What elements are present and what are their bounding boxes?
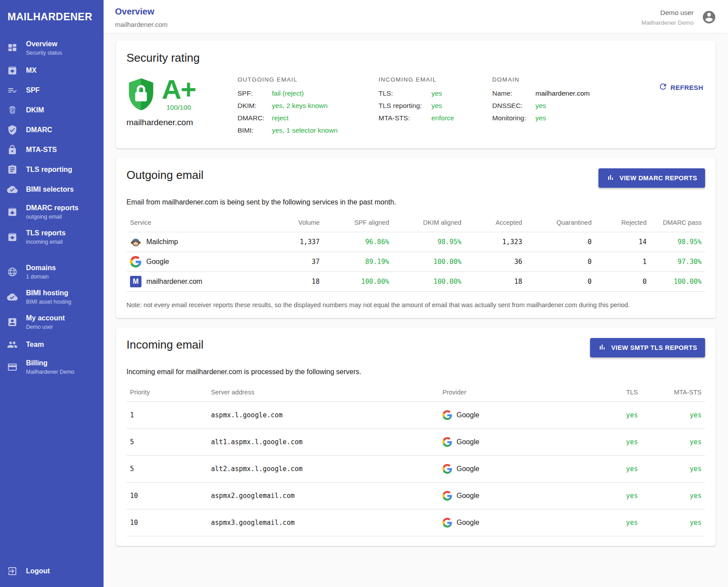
sidebar-item-label: TLS reports bbox=[26, 229, 66, 238]
server-address-cell: alt1.aspmx.l.google.com bbox=[208, 429, 439, 456]
table-row: M mailhardener.com 18 100.00% 100.00% 18… bbox=[126, 272, 705, 292]
outgoing-description: Email from mailhardener.com is being sen… bbox=[126, 198, 705, 206]
sidebar-item-sublabel: incoming email bbox=[26, 239, 66, 245]
server-address-cell: aspmx2.googlemail.com bbox=[208, 483, 439, 509]
mta-sts-cell: yes bbox=[642, 402, 705, 429]
provider-name: Google bbox=[457, 519, 479, 527]
sidebar-item-dmarc-reports[interactable]: DMARC reports outgoing email bbox=[0, 199, 104, 224]
column-heading: INCOMING EMAIL bbox=[379, 76, 492, 83]
service-name: Mailchimp bbox=[146, 238, 178, 246]
mta-sts-cell: yes bbox=[642, 429, 705, 456]
sidebar-item-billing[interactable]: Billing Mailhardener Demo bbox=[0, 354, 104, 379]
google-icon bbox=[442, 491, 452, 501]
sidebar-item-spf[interactable]: SPF bbox=[0, 80, 104, 100]
rejected-cell: 1 bbox=[595, 252, 650, 272]
sidebar-item-domains[interactable]: Domains 1 domain bbox=[0, 259, 104, 284]
security-rating-title: Security rating bbox=[126, 51, 705, 65]
top-bar: Overview mailhardener.com Demo user Mail… bbox=[104, 0, 728, 33]
column-header: MTA-STS bbox=[642, 383, 705, 402]
volume-cell: 18 bbox=[265, 272, 323, 292]
provider-name: Google bbox=[457, 438, 479, 446]
volume-cell: 37 bbox=[265, 252, 323, 272]
sidebar-item-bimi-hosting[interactable]: BIMI hosting BIMI asset hosting bbox=[0, 284, 104, 309]
logout-button[interactable]: Logout bbox=[0, 561, 104, 581]
column-header: TLS bbox=[589, 383, 641, 402]
sidebar-item-sublabel: Security status bbox=[26, 50, 62, 56]
sidebar-item-label: MX bbox=[26, 66, 37, 75]
globe-icon bbox=[7, 267, 18, 277]
unarchive-icon bbox=[7, 207, 18, 217]
outgoing-email-title: Outgoing email bbox=[126, 168, 204, 182]
sidebar-item-tls-reports[interactable]: TLS reports incoming email bbox=[0, 224, 104, 249]
server-address-cell: aspmx.l.google.com bbox=[208, 402, 439, 429]
sidebar-item-bimi-selectors[interactable]: BIMI selectors bbox=[0, 179, 104, 199]
user-name: Demo user bbox=[641, 9, 694, 17]
stat-value: fail (reject) bbox=[272, 89, 304, 97]
table-row: 5 alt2.aspmx.l.google.com Google yes yes bbox=[126, 456, 705, 483]
table-row: Google 37 89.19% 100.00% 36 0 1 97.30% bbox=[126, 252, 705, 272]
column-header: Volume bbox=[265, 213, 323, 232]
view-smtp-tls-reports-label: VIEW SMTP TLS REPORTS bbox=[611, 344, 697, 351]
dmarc-pass-cell: 98.95% bbox=[650, 232, 705, 252]
table-row: Mailchimp 1,337 96.86% 98.95% 1,323 0 14… bbox=[126, 232, 705, 252]
account-circle-icon[interactable] bbox=[702, 10, 717, 25]
sidebar-item-my-account[interactable]: My account Demo user bbox=[0, 309, 104, 334]
priority-cell: 10 bbox=[126, 509, 208, 536]
sidebar-item-label: DMARC reports bbox=[26, 204, 78, 212]
spf-aligned-cell: 89.19% bbox=[323, 252, 393, 272]
column-header: DKIM aligned bbox=[393, 213, 465, 232]
mta-sts-cell: yes bbox=[642, 483, 705, 509]
priority-cell: 10 bbox=[126, 483, 208, 509]
dmarc-pass-cell: 100.00% bbox=[650, 272, 705, 292]
view-smtp-tls-reports-button[interactable]: VIEW SMTP TLS REPORTS bbox=[590, 338, 705, 357]
sidebar-item-mta-sts[interactable]: MTA-STS bbox=[0, 140, 104, 160]
provider-name: Google bbox=[457, 411, 479, 419]
stat-label: DMARC: bbox=[238, 114, 272, 122]
stat-label: DKIM: bbox=[238, 102, 272, 110]
security-score: 100/100 bbox=[162, 104, 196, 111]
sidebar-item-sublabel: Mailhardener Demo bbox=[26, 369, 74, 375]
view-dmarc-reports-button[interactable]: VIEW DMARC REPORTS bbox=[598, 168, 705, 188]
refresh-button[interactable]: REFRESH bbox=[658, 82, 703, 93]
refresh-label: REFRESH bbox=[671, 84, 703, 91]
tls-cell: yes bbox=[589, 429, 641, 456]
column-header: Provider bbox=[439, 383, 589, 402]
column-header: Service bbox=[126, 213, 265, 232]
quarantined-cell: 0 bbox=[526, 272, 595, 292]
column-header: SPF aligned bbox=[323, 213, 393, 232]
google-icon bbox=[442, 437, 452, 447]
google-icon bbox=[442, 464, 452, 474]
refresh-icon bbox=[658, 82, 668, 93]
stat-value: enforce bbox=[431, 114, 454, 122]
sidebar-item-label: DMARC bbox=[26, 126, 52, 134]
rejected-cell: 0 bbox=[595, 272, 650, 292]
sidebar-item-dmarc[interactable]: DMARC bbox=[0, 120, 104, 140]
dmarc-pass-cell: 97.30% bbox=[650, 252, 705, 272]
sidebar-item-label: MTA-STS bbox=[26, 145, 57, 154]
sidebar-item-overview[interactable]: Overview Security status bbox=[0, 35, 104, 60]
google-icon bbox=[442, 410, 452, 420]
column-header: Rejected bbox=[595, 213, 650, 232]
stat-value: yes bbox=[535, 102, 546, 110]
column-heading: OUTGOING EMAIL bbox=[238, 76, 379, 83]
tls-cell: yes bbox=[589, 483, 641, 509]
mailhardener-icon: M bbox=[130, 276, 141, 287]
sidebar-item-label: BIMI selectors bbox=[26, 185, 74, 194]
priority-cell: 5 bbox=[126, 429, 208, 456]
table-row: 10 aspmx3.googlemail.com Google yes yes bbox=[126, 509, 705, 536]
sidebar-item-dkim[interactable]: DKIM bbox=[0, 100, 104, 120]
sidebar-item-label: BIMI hosting bbox=[26, 289, 71, 297]
sidebar-item-team[interactable]: Team bbox=[0, 334, 104, 354]
checklist-icon bbox=[7, 85, 18, 96]
app-logo: MAILHARDENER bbox=[0, 0, 104, 26]
rejected-cell: 14 bbox=[595, 232, 650, 252]
sidebar-item-label: DKIM bbox=[26, 106, 44, 115]
logout-label: Logout bbox=[26, 567, 50, 576]
sidebar-item-mx[interactable]: MX bbox=[0, 60, 104, 80]
sidebar-item-tls-reporting[interactable]: TLS reporting bbox=[0, 160, 104, 179]
google-icon bbox=[130, 256, 141, 267]
sidebar-item-label: Team bbox=[26, 340, 44, 349]
outgoing-services-table: Service Volume SPF aligned DKIM aligned … bbox=[126, 213, 705, 292]
spf-aligned-cell: 96.86% bbox=[323, 232, 393, 252]
sidebar-item-label: Domains bbox=[26, 264, 56, 272]
